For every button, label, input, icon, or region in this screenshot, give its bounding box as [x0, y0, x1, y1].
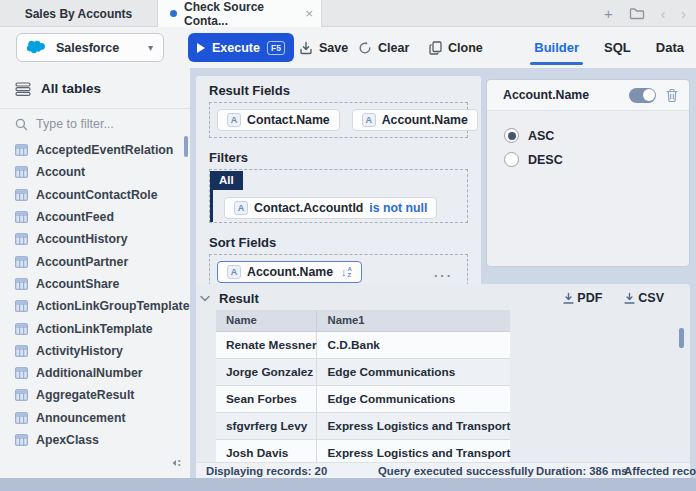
save-button[interactable]: Save [299, 27, 348, 68]
chevron-down-icon: ▾ [148, 42, 153, 53]
table-item[interactable]: ApexClass [0, 429, 190, 451]
result-panel: Result PDF CSV Name Name1 Renate Messner… [196, 284, 690, 478]
search-icon [15, 118, 28, 131]
radio-asc[interactable] [504, 128, 519, 143]
clear-button[interactable]: Clear [358, 27, 409, 68]
table-row[interactable]: Jorge GonzalezEdge Communications [216, 358, 510, 385]
table-item[interactable]: ActionLinkGroupTemplate [0, 295, 190, 317]
field-type-icon: A [234, 201, 248, 215]
field-chip[interactable]: A Account.Name [352, 109, 478, 131]
salesforce-cloud-icon [26, 40, 47, 55]
new-tab-icon[interactable]: + [604, 6, 613, 21]
filter-condition-chip[interactable]: A Contact.AccountId is not null [224, 197, 437, 219]
filter-tables-input[interactable] [36, 117, 197, 131]
copy-icon [429, 41, 442, 55]
table-item[interactable]: AccountShare [0, 273, 190, 295]
sort-desc-option[interactable]: DESC [504, 152, 689, 167]
field-type-icon: A [227, 113, 241, 127]
table-item[interactable]: AcceptedEventRelation [0, 139, 190, 161]
tables-list: AcceptedEventRelation Account AccountCon… [0, 137, 190, 451]
export-csv-button[interactable]: CSV [623, 291, 664, 305]
shortcut-badge: F5 [267, 41, 285, 55]
tab-bar: Sales By Accounts Check Source Conta... … [0, 0, 696, 27]
trash-icon[interactable] [665, 88, 679, 103]
tab-label: Check Source Conta... [184, 0, 298, 28]
connection-label: Salesforce [56, 41, 119, 55]
result-fields-dropzone[interactable]: A Contact.Name A Account.Name [209, 102, 468, 138]
save-icon [299, 41, 313, 55]
table-item[interactable]: AdditionalNumber [0, 362, 190, 384]
unsaved-dot-icon [170, 10, 177, 17]
panel-resize-handle[interactable]: ··· [434, 268, 453, 283]
tab-sql[interactable]: SQL [604, 40, 631, 55]
field-chip[interactable]: A Contact.Name [217, 109, 340, 131]
refresh-circle-icon [358, 41, 372, 55]
table-item[interactable]: AccountFeed [0, 206, 190, 228]
field-type-icon: A [362, 113, 376, 127]
sort-fields-title: Sort Fields [209, 235, 468, 250]
filter-group-badge[interactable]: All [210, 171, 243, 190]
history-forward-icon[interactable]: › [681, 7, 686, 21]
clone-button[interactable]: Clone [429, 27, 483, 68]
result-title: Result [219, 291, 259, 306]
status-displaying-records: Displaying records: 20 [206, 465, 327, 477]
database-icon [15, 82, 31, 96]
field-type-icon: A [227, 265, 241, 279]
result-table: Name Name1 Renate MessnerC.D.Bank Jorge … [216, 310, 510, 467]
connection-select[interactable]: Salesforce ▾ [16, 33, 164, 62]
tab-label: Sales By Accounts [25, 7, 133, 21]
filter-group-rail: A Contact.AccountId is not null [210, 190, 467, 222]
sort-panel-field-label: Account.Name [503, 88, 589, 102]
table-row[interactable]: sfgvrferg LevyExpress Logistics and Tran… [216, 412, 510, 439]
table-row[interactable]: Renate MessnerC.D.Bank [216, 331, 510, 358]
tab-sales-by-accounts[interactable]: Sales By Accounts [0, 0, 158, 27]
sidebar-scrollbar[interactable] [184, 136, 188, 157]
status-query-message: Query executed successfully [378, 465, 534, 477]
table-item[interactable]: AccountHistory [0, 228, 190, 250]
tab-check-source-contacts[interactable]: Check Source Conta... × [158, 0, 322, 27]
table-row[interactable]: Sean ForbesEdge Communications [216, 385, 510, 412]
export-pdf-button[interactable]: PDF [562, 291, 602, 305]
filters-title: Filters [209, 150, 468, 165]
result-scrollbar[interactable] [679, 328, 684, 348]
tab-builder[interactable]: Builder [534, 40, 579, 55]
sort-asc-option[interactable]: ASC [504, 128, 689, 143]
result-fields-title: Result Fields [209, 83, 468, 98]
sidebar-title: All tables [41, 81, 101, 96]
status-affected-records: Affected records: 0 [624, 465, 696, 477]
table-item[interactable]: ActivityHistory [0, 340, 190, 362]
sort-field-chip[interactable]: A Account.Name ↓ AZ [217, 261, 362, 283]
history-back-icon[interactable]: ‹ [661, 7, 666, 21]
table-item[interactable]: AggregateResult [0, 384, 190, 406]
table-item[interactable]: Announcement [0, 407, 190, 429]
table-item[interactable]: AccountContactRole [0, 184, 190, 206]
window-bottom-edge [0, 478, 696, 491]
table-item[interactable]: AccountPartner [0, 250, 190, 272]
execute-button[interactable]: Execute F5 [188, 33, 294, 62]
sort-enabled-toggle[interactable] [629, 88, 656, 103]
view-switcher: Builder SQL Data [534, 27, 684, 68]
table-item[interactable]: Account [0, 161, 190, 183]
table-item[interactable]: ActionLinkTemplate [0, 317, 190, 339]
status-duration: Duration: 386 ms [536, 465, 628, 477]
filter-operator: is not null [369, 201, 427, 215]
filters-dropzone[interactable]: All A Contact.AccountId is not null [209, 169, 468, 223]
close-icon[interactable]: × [305, 7, 313, 20]
tables-sidebar: All tables AcceptedEventRelation Account… [0, 68, 190, 478]
open-folder-icon[interactable] [629, 7, 645, 20]
sort-asc-icon: ↓ AZ [341, 266, 352, 278]
table-header-row: Name Name1 [216, 310, 510, 331]
column-header[interactable]: Name [216, 310, 317, 331]
play-icon [197, 43, 205, 53]
sort-options-panel: Account.Name ASC DESC [487, 80, 689, 266]
radio-desc[interactable] [504, 152, 519, 167]
tab-data[interactable]: Data [656, 40, 684, 55]
column-header[interactable]: Name1 [317, 310, 510, 331]
status-bar: Displaying records: 20 Query executed su… [196, 462, 690, 478]
toolbar: Salesforce ▾ Execute F5 Save Clear Clone… [0, 27, 696, 68]
chevron-down-icon[interactable] [200, 295, 210, 302]
collapse-sidebar-icon[interactable] [170, 457, 183, 469]
